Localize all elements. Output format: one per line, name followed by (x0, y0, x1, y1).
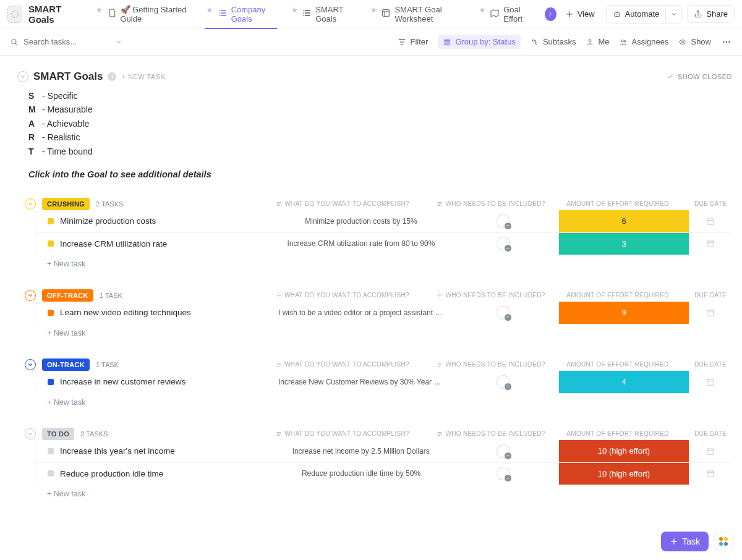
task-effort[interactable]: 6 (559, 210, 689, 232)
share-button[interactable]: Share (687, 5, 735, 23)
task-row[interactable]: Learn new video editing techniquesI wish… (36, 302, 732, 324)
tabs-overflow-button[interactable] (545, 7, 556, 21)
show-closed-button[interactable]: SHOW CLOSED (667, 73, 732, 80)
tab--getting-started-guide[interactable]: 🚀 Getting Started Guide (88, 0, 198, 28)
assignee-add-button[interactable] (497, 444, 510, 458)
fab-task-button[interactable]: Task (661, 532, 709, 551)
search-input[interactable] (23, 37, 110, 46)
task-row[interactable]: Reduce production idle timeReduce produc… (36, 462, 732, 485)
task-assignee (448, 375, 559, 389)
chevron-down-icon[interactable] (115, 38, 122, 46)
me-label: Me (598, 37, 609, 46)
assignees-button[interactable]: Assignees (619, 37, 668, 46)
task-effort[interactable]: 10 (high effort) (559, 463, 689, 485)
task-effort[interactable]: 10 (high effort) (559, 440, 689, 462)
smart-key: S (28, 89, 38, 103)
task-due-button[interactable] (689, 216, 732, 226)
person-icon (586, 38, 594, 46)
col-effort: AMOUNT OF EFFORT REQUIRED (553, 430, 683, 437)
task-row[interactable]: Increase this year's net incomeincrease … (36, 440, 732, 462)
status-pill[interactable]: CRUSHING (42, 198, 90, 210)
task-effort[interactable]: 3 (559, 233, 689, 255)
add-view-button[interactable]: View (559, 6, 601, 22)
task-name[interactable]: Reduce production idle time (60, 469, 233, 478)
svg-rect-6 (445, 39, 450, 40)
col-due: DUE DATE (689, 430, 732, 437)
tab-label: Company Goals (231, 5, 276, 23)
show-button[interactable]: Show (678, 37, 711, 46)
assignee-add-button[interactable] (497, 467, 510, 480)
task-row[interactable]: Minimize production costsMinimize produc… (36, 210, 732, 232)
me-button[interactable]: Me (586, 37, 609, 46)
task-effort[interactable]: 4 (559, 371, 689, 393)
svg-point-3 (615, 14, 616, 14)
more-icon[interactable] (721, 36, 732, 48)
automate-caret[interactable] (666, 5, 682, 23)
task-accomplish: Reduce production idle time by 50% (275, 469, 448, 478)
task-name[interactable]: Increase in new customer reviews (60, 377, 233, 386)
chevron-right-icon (547, 11, 554, 18)
group-collapse-button[interactable] (25, 290, 36, 301)
status-pill[interactable]: TO DO (42, 428, 74, 440)
text-icon (437, 362, 443, 368)
automate-button[interactable]: Automate (606, 5, 667, 23)
task-name[interactable]: Minimize production costs (60, 216, 233, 226)
tab-smart-goal-worksheet[interactable]: SMART Goal Worksheet (362, 0, 471, 28)
subtasks-button[interactable]: Subtasks (531, 37, 576, 46)
collapse-all-button[interactable] (17, 71, 28, 82)
task-effort[interactable]: 9 (559, 302, 689, 324)
status-pill[interactable]: ON-TRACK (42, 358, 90, 371)
task-name[interactable]: Increase CRM utilization rate (60, 239, 233, 248)
filter-button[interactable]: Filter (398, 37, 428, 46)
task-name[interactable]: Increase this year's net income (60, 446, 233, 456)
plus-icon (670, 537, 678, 546)
task-due-button[interactable] (689, 469, 732, 478)
task-due-button[interactable] (689, 377, 732, 387)
new-task-line[interactable]: + New task (47, 324, 732, 342)
tab-company-goals[interactable]: Company Goals (198, 0, 283, 28)
info-icon[interactable]: i (108, 72, 116, 81)
group-collapse-button[interactable] (25, 428, 36, 439)
task-assignee (448, 444, 559, 458)
col-include: WHO NEEDS TO BE INCLUDED? (435, 200, 547, 207)
task-list: Increase this year's net incomeincrease … (36, 440, 732, 485)
task-row[interactable]: Increase CRM utilization rateIncrease CR… (36, 232, 732, 255)
new-task-line[interactable]: + New task (47, 255, 732, 273)
page-header: SMART Goals i + NEW TASK SHOW CLOSED (17, 70, 732, 83)
col-due: DUE DATE (689, 292, 732, 299)
status-pill[interactable]: OFF-TRACK (42, 289, 93, 302)
new-task-line[interactable]: + New task (47, 393, 732, 412)
assignee-add-button[interactable] (497, 306, 510, 320)
new-task-button[interactable]: + NEW TASK (121, 73, 165, 80)
group-by-button[interactable]: Group by: Status (438, 35, 521, 49)
workspace-icon[interactable] (7, 6, 22, 23)
chevron-down-icon (27, 292, 33, 299)
text-icon (276, 362, 282, 368)
group-ontrack: ON-TRACK1 TASK WHAT DO YOU WANT TO ACCOM… (25, 358, 732, 412)
task-row[interactable]: Increase in new customer reviewsIncrease… (36, 371, 732, 393)
svg-rect-17 (707, 241, 714, 247)
assignee-add-button[interactable] (497, 214, 510, 228)
task-name[interactable]: Learn new video editing techniques (60, 308, 233, 317)
task-due-button[interactable] (689, 446, 732, 456)
task-assignee (448, 237, 559, 250)
assignee-add-button[interactable] (497, 237, 510, 250)
tab-smart-goals[interactable]: SMART Goals (283, 0, 362, 28)
new-task-line[interactable]: + New task (47, 485, 732, 503)
task-assignee (448, 306, 559, 320)
task-due-button[interactable] (689, 239, 732, 248)
assignee-add-button[interactable] (497, 375, 510, 389)
pin-icon (370, 6, 378, 15)
group-collapse-button[interactable] (25, 359, 36, 370)
tab-icon (381, 8, 391, 20)
tab-label: SMART Goals (315, 5, 355, 23)
search-wrap (10, 37, 134, 46)
fab-apps-button[interactable] (714, 532, 733, 551)
tab-goal-effort[interactable]: Goal Effort (471, 0, 540, 28)
svg-rect-8 (445, 43, 450, 45)
group-collapse-button[interactable] (25, 198, 36, 210)
task-due-button[interactable] (689, 308, 732, 318)
tab-icon (107, 8, 117, 20)
task-list: Minimize production costsMinimize produc… (36, 210, 732, 255)
dashed-circle-icon (10, 9, 20, 19)
